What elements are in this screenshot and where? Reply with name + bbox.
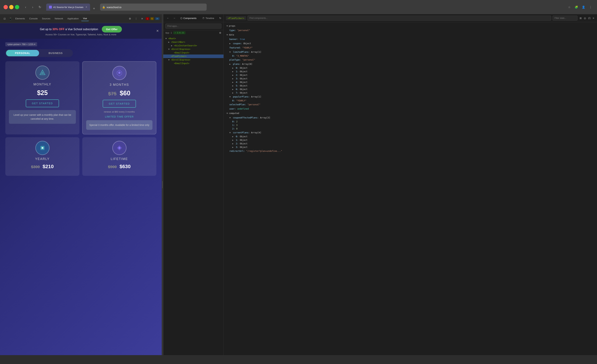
- find-apps-input[interactable]: [165, 24, 221, 29]
- scroll-to-component-button[interactable]: ◎: [583, 16, 587, 20]
- data-limitedplans[interactable]: ▼ limitedPlans: Array[1]: [224, 50, 597, 54]
- yearly-plan-card: YEARLY $300 $210: [5, 137, 79, 176]
- email1-tag: <EmailInput>: [174, 52, 189, 54]
- monthly-plan-description: Level up your career with a monthly plan…: [9, 110, 76, 124]
- plans-item-6[interactable]: ▶ 6: Object: [224, 87, 597, 91]
- plans-item-3[interactable]: ▶ 3: Object: [224, 77, 597, 80]
- currentplans-3-value: Object: [240, 146, 247, 148]
- computed-couponaffectedplans[interactable]: ▼ couponAffectedPlans: Array[3]: [224, 116, 597, 120]
- plans-item-7[interactable]: ▶ 7: Object: [224, 91, 597, 95]
- get-offer-button[interactable]: Get Offer: [102, 26, 122, 32]
- back-component-button[interactable]: ←: [165, 16, 170, 21]
- new-tab-button[interactable]: +: [92, 7, 96, 11]
- elements-tab[interactable]: Elements: [14, 16, 27, 21]
- tree-node-root[interactable]: ▼ <Root>: [163, 37, 224, 40]
- props-section-header[interactable]: ▼ props: [224, 24, 597, 28]
- monthly-plan-name: MONTHLY: [9, 83, 76, 86]
- user-icon[interactable]: 👤: [581, 4, 586, 10]
- tree-node-aisinstantsearch[interactable]: ▶ <AisInstantSearch>: [163, 44, 224, 47]
- currentplans-item-0[interactable]: ▶ 0: Object: [224, 135, 597, 138]
- enroll2-arrow: ▼: [168, 59, 171, 61]
- tree-node-searchbar[interactable]: ▶ <SearchBar>: [163, 40, 224, 44]
- tree-node-emailinput1[interactable]: <EmailInput>: [163, 51, 224, 54]
- find-components-input[interactable]: [553, 16, 577, 21]
- inspect-dom-button[interactable]: ⟨/⟩: [587, 16, 591, 20]
- panel-resizer[interactable]: [162, 14, 163, 355]
- couponaffected-2-value: 8: [236, 127, 237, 130]
- open-in-editor-button[interactable]: ⊞: [579, 16, 582, 20]
- components-tab[interactable]: ⬡ Components: [178, 16, 199, 21]
- reload-button[interactable]: ↻: [37, 4, 43, 10]
- filter-state-input[interactable]: [248, 16, 551, 21]
- browser-tab[interactable]: #1 Source for Vue.js Courses ✕: [46, 4, 90, 11]
- component-tree: ▼ <Root> ▶ <SearchBar> ▶ <AisInstantSear…: [163, 35, 224, 355]
- bookmark-icon[interactable]: ☆: [566, 4, 572, 10]
- computed-redirecturl: redirectUrl: "/register?plan=undefine...…: [224, 149, 597, 153]
- extensions-icon[interactable]: 🧩: [573, 4, 579, 10]
- data-plans[interactable]: ▶ plans: Array[8]: [224, 62, 597, 66]
- tree-node-planpicker[interactable]: <PlanPicker>: [163, 54, 224, 58]
- traffic-light-minimize[interactable]: [9, 5, 14, 9]
- devtools-panel: ← → ⬡ Components ⏱ Timeline ↻: [163, 14, 597, 355]
- console-tab[interactable]: Console: [27, 16, 39, 21]
- computed-section-header[interactable]: ▼ computed: [224, 111, 597, 116]
- plans-item-0[interactable]: ▶ 0: Object: [224, 66, 597, 70]
- plans-item-2[interactable]: ▶ 2: Object: [224, 73, 597, 77]
- traffic-light-maximize[interactable]: [15, 5, 19, 9]
- tree-node-emailinput2[interactable]: <EmailInput>: [163, 62, 224, 65]
- promo-close-button[interactable]: ✕: [156, 29, 159, 33]
- svg-rect-5: [42, 147, 43, 149]
- tree-node-enrollexpress2[interactable]: ▼ <EnrollExpress>: [163, 58, 224, 62]
- more-actions-button[interactable]: ≡: [592, 16, 595, 20]
- plans-item-4[interactable]: ▶ 4: Object: [224, 80, 597, 84]
- inspector-panel: <PlanPicker> ⊞ ◎ ⟨/⟩ ≡ ▼ props: [224, 14, 597, 355]
- vue-tab[interactable]: Vue: [81, 16, 89, 21]
- menu-icon[interactable]: ⋮: [588, 4, 593, 10]
- plan-cards-bottom: YEARLY $300 $210 LIFETI: [5, 137, 156, 176]
- network-tab[interactable]: Network: [53, 16, 65, 21]
- 3months-get-started-button[interactable]: GET STARTED: [103, 100, 136, 108]
- refresh-components-button[interactable]: ↻: [219, 17, 221, 20]
- forward-component-button[interactable]: →: [172, 16, 177, 21]
- plans-1-arrow: ▶: [232, 70, 234, 73]
- components-tab-label: Components: [183, 17, 196, 20]
- timeline-tab[interactable]: ⏱ Timeline: [200, 16, 216, 21]
- data-section-header[interactable]: ▼ data: [224, 32, 597, 37]
- currentplans-0-value: Object: [240, 135, 247, 138]
- close-devtools-icon[interactable]: ✕: [140, 16, 145, 21]
- currentplans-1-value: Object: [240, 139, 247, 141]
- lifetime-current-price: $630: [120, 164, 131, 169]
- device-toggle-button[interactable]: 📱: [8, 16, 13, 21]
- traffic-light-close[interactable]: [4, 5, 8, 9]
- lifetime-plan-price: $900 $630: [86, 164, 153, 169]
- yearly-plan-icon: [35, 141, 50, 155]
- settings-icon[interactable]: ⚙: [128, 16, 133, 21]
- tree-node-enrollexpress1[interactable]: ▼ <EnrollExpress>: [163, 47, 224, 51]
- application-tab[interactable]: Application: [66, 16, 80, 21]
- plans-0-index: 0:: [236, 67, 238, 69]
- forward-button[interactable]: ›: [30, 4, 36, 10]
- currentplans-item-2[interactable]: ▶ 2: Object: [224, 142, 597, 145]
- currentplans-item-1[interactable]: ▶ 1: Object: [224, 138, 597, 142]
- currentplans-2-arrow: ▶: [232, 142, 234, 145]
- inspect-element-button[interactable]: ⊡: [2, 16, 7, 21]
- currentplans-item-3[interactable]: ▶ 3: Object: [224, 145, 597, 149]
- plans-item-5[interactable]: ▶ 5: Object: [224, 84, 597, 87]
- more-tools-icon[interactable]: ⋮: [134, 16, 139, 21]
- monthly-get-started-button[interactable]: GET STARTED: [26, 100, 59, 107]
- business-tab[interactable]: BUSINESS: [39, 50, 72, 56]
- computed-currentplans[interactable]: ▼ currentPlans: Array[4]: [224, 131, 597, 135]
- address-bar[interactable]: 🔒 vueschool.io: [100, 4, 207, 11]
- personal-tab[interactable]: PERSONAL: [6, 50, 39, 56]
- app-settings-button[interactable]: ⚙: [219, 31, 221, 34]
- plans-item-1[interactable]: ▶ 1: Object: [224, 70, 597, 73]
- app-row[interactable]: App 1 ✓ 2.6.11 ⚙: [163, 30, 224, 35]
- sources-tab[interactable]: Sources: [40, 16, 52, 21]
- webpage: ⊡ 📱 Elements Console Sources Network App…: [0, 14, 162, 355]
- data-popularplans[interactable]: ▼ popularPlans: Array[1]: [224, 95, 597, 99]
- currentplans-1-arrow: ▶: [232, 139, 234, 141]
- data-coupon[interactable]: ▶ coupon: Object: [224, 41, 597, 46]
- tab-close-button[interactable]: ✕: [86, 6, 87, 8]
- plans-7-value: Object: [240, 92, 247, 94]
- back-button[interactable]: ‹: [23, 4, 28, 10]
